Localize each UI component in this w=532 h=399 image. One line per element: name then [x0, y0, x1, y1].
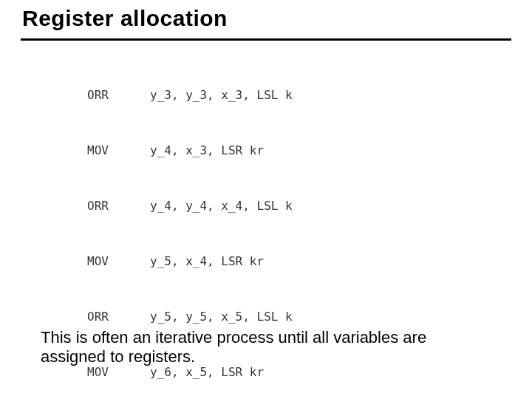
- mnemonic: MOV: [87, 141, 150, 160]
- mnemonic: ORR: [87, 86, 150, 104]
- operands: y_4, x_3, LSR kr: [150, 141, 327, 160]
- page-title: Register allocation: [22, 6, 228, 31]
- operands: y_5, x_4, LSR kr: [150, 252, 327, 270]
- mnemonic: ORR: [87, 197, 150, 215]
- operands: y_5, y_5, x_5, LSL k: [150, 307, 327, 326]
- operands: y_3, y_3, x_3, LSL k: [150, 86, 327, 104]
- code-row: ORRy_3, y_3, x_3, LSL k: [87, 86, 512, 104]
- code-row: ORRy_4, y_4, x_4, LSL k: [87, 197, 512, 215]
- code-row: MOVy_5, x_4, LSR kr: [87, 252, 512, 270]
- code-row: ORRy_5, y_5, x_5, LSL k: [87, 307, 512, 326]
- code-row: MOVy_4, x_3, LSR kr: [87, 141, 512, 160]
- divider: [21, 38, 511, 41]
- slide: Register allocation ORRy_3, y_3, x_3, LS…: [0, 0, 532, 399]
- footnote-text: This is often an iterative process until…: [41, 328, 491, 366]
- mnemonic: MOV: [87, 252, 150, 270]
- operands: y_4, y_4, x_4, LSL k: [150, 197, 327, 215]
- mnemonic: ORR: [87, 307, 150, 326]
